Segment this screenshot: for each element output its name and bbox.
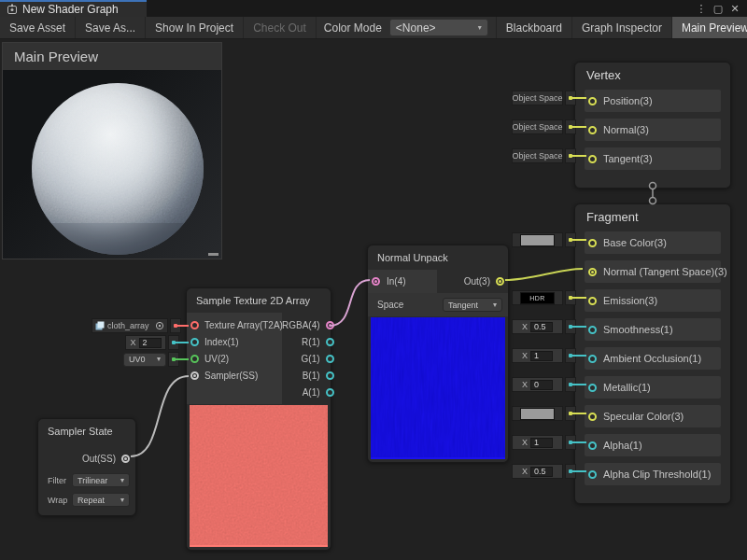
- vector3-dot-icon: [569, 412, 572, 415]
- object-picker-icon[interactable]: [155, 321, 164, 330]
- normal-unpack-texture-preview: [371, 317, 505, 459]
- a-port[interactable]: [326, 388, 334, 397]
- panel-resize-handle[interactable]: [208, 253, 218, 256]
- g-port[interactable]: [326, 355, 334, 363]
- uv-port[interactable]: [190, 355, 199, 363]
- normal-unpack-node[interactable]: Normal Unpack In(4) Out(3) Space Tangent…: [367, 245, 509, 463]
- b-port[interactable]: [326, 371, 334, 380]
- wrap-value: Repeat: [78, 496, 105, 505]
- alpha-clip-threshold-port[interactable]: [588, 470, 597, 479]
- color-swatch[interactable]: [520, 408, 555, 420]
- base-color-port[interactable]: [588, 239, 597, 247]
- sample-node-title: Sample Texture 2D Array: [187, 288, 331, 313]
- vertex-slot-position: Position(3): [585, 90, 721, 112]
- input-uv: UV(2): [187, 351, 282, 366]
- main-preview-header[interactable]: Main Preview: [3, 43, 221, 70]
- output-g: G(1): [302, 351, 336, 366]
- smoothness-port[interactable]: [588, 326, 597, 334]
- in-port[interactable]: [372, 277, 380, 286]
- x-prefix: X: [522, 467, 528, 476]
- tangent-port[interactable]: [588, 155, 597, 163]
- slot-label: Position(3): [603, 95, 653, 106]
- vector1-dot-icon: [569, 383, 572, 386]
- save-asset-button[interactable]: Save Asset: [0, 17, 76, 38]
- filter-dropdown[interactable]: Trilinear ▾: [72, 473, 130, 487]
- smoothness-value-field[interactable]: 0.5: [530, 322, 553, 332]
- sample-texture-2d-array-node[interactable]: Sample Texture 2D Array Texture Array(T2…: [186, 287, 331, 551]
- save-as-button[interactable]: Save As...: [76, 17, 146, 38]
- slot-label: In(4): [387, 276, 406, 287]
- ambient-occlusion-port[interactable]: [588, 355, 597, 363]
- space-value: Tangent: [448, 301, 478, 310]
- texture-array-port[interactable]: [190, 321, 199, 329]
- edge-sampler-state-to-sampler[interactable]: [131, 376, 189, 456]
- main-preview-toggle-button[interactable]: Main Preview: [671, 17, 747, 38]
- toolbar-right-group: Color Mode <None> ▾ Blackboard Graph Ins…: [317, 17, 747, 38]
- alpha-value-field[interactable]: 1: [530, 438, 553, 448]
- uv-channel-widget: UV0 ▾: [123, 352, 179, 367]
- vector2-dot-icon: [172, 357, 176, 361]
- index-port[interactable]: [190, 338, 199, 346]
- color-swatch[interactable]: [520, 234, 555, 246]
- check-out-button: Check Out: [244, 17, 317, 38]
- binding-label: Object Space: [512, 148, 563, 163]
- fragment-node[interactable]: Fragment Base Color(3) Normal (Tangent S…: [574, 203, 731, 504]
- menu-icon[interactable]: ⋮: [695, 1, 708, 16]
- texture-array-widget: cloth_array: [92, 318, 181, 333]
- color-mode-dropdown[interactable]: <None> ▾: [389, 19, 488, 36]
- ambient-occlusion-widget: X 1: [512, 348, 576, 363]
- sample-input-column: Texture Array(T2A) Index(1) UV(2) Sample…: [187, 313, 282, 404]
- normal-tangent-space-port[interactable]: [588, 268, 597, 276]
- maximize-icon[interactable]: ▢: [712, 1, 725, 16]
- out-port[interactable]: [496, 277, 504, 286]
- out-ss-port[interactable]: [121, 455, 130, 463]
- show-in-project-button[interactable]: Show In Project: [146, 17, 244, 38]
- texture-asset-name: cloth_array: [107, 321, 149, 330]
- slot-label: B(1): [303, 371, 320, 381]
- toolbar: Save Asset Save As... Show In Project Ch…: [0, 17, 747, 39]
- tangent-binding-widget: Object Space: [512, 148, 576, 163]
- x-prefix: X: [522, 380, 528, 389]
- sampler-state-node[interactable]: Sampler State Out(SS) Filter Trilinear ▾…: [37, 418, 136, 516]
- color-mode-label: Color Mode: [317, 17, 389, 38]
- position-port[interactable]: [588, 97, 597, 105]
- rgba-port[interactable]: [326, 321, 334, 329]
- metallic-value-field[interactable]: 0: [530, 380, 553, 390]
- alpha-clip-widget: X 0.5: [512, 464, 576, 479]
- main-preview-panel: Main Preview: [2, 42, 222, 259]
- space-dropdown[interactable]: Tangent ▾: [443, 298, 502, 312]
- metallic-port[interactable]: [588, 384, 597, 392]
- metallic-widget: X 0: [512, 377, 576, 392]
- specular-color-port[interactable]: [588, 413, 597, 421]
- edge-out-to-normal-tangent-space[interactable]: [505, 269, 583, 280]
- vertex-node-title: Vertex: [575, 63, 730, 90]
- ambient-occlusion-value-field[interactable]: 1: [530, 351, 553, 361]
- r-port[interactable]: [326, 338, 334, 346]
- vertex-node[interactable]: Vertex Position(3) Normal(3) Tangent(3): [574, 62, 731, 189]
- tab-title: New Shader Graph: [22, 3, 119, 16]
- chevron-down-icon: ▾: [120, 497, 124, 504]
- vector3-dot-icon: [569, 154, 572, 158]
- preview-sphere: [32, 83, 204, 255]
- tab-new-shader-graph[interactable]: New Shader Graph: [0, 0, 147, 17]
- slot-label: Index(1): [204, 337, 239, 347]
- close-icon[interactable]: ✕: [728, 1, 741, 16]
- alpha-clip-value-field[interactable]: 0.5: [530, 467, 553, 477]
- normal-port[interactable]: [588, 126, 597, 134]
- uv-channel-dropdown[interactable]: UV0 ▾: [123, 353, 166, 367]
- index-value-field[interactable]: 2: [139, 338, 162, 348]
- texture-array-icon: [95, 321, 105, 330]
- alpha-port[interactable]: [588, 441, 597, 450]
- alpha-widget: X 1: [512, 435, 576, 450]
- wrap-dropdown[interactable]: Repeat ▾: [72, 493, 130, 507]
- hdr-color-swatch[interactable]: HDR: [520, 292, 555, 304]
- graph-inspector-toggle-button[interactable]: Graph Inspector: [571, 17, 671, 38]
- vector1-dot-icon: [569, 354, 572, 357]
- fragment-slot-smoothness: Smoothness(1): [585, 318, 721, 341]
- sampler-port[interactable]: [190, 371, 199, 380]
- fragment-slot-alpha: Alpha(1): [585, 434, 721, 456]
- emission-port[interactable]: [588, 297, 597, 305]
- blackboard-toggle-button[interactable]: Blackboard: [496, 17, 571, 38]
- vector1-dot-icon: [569, 325, 572, 329]
- shader-graph-icon: [7, 4, 18, 15]
